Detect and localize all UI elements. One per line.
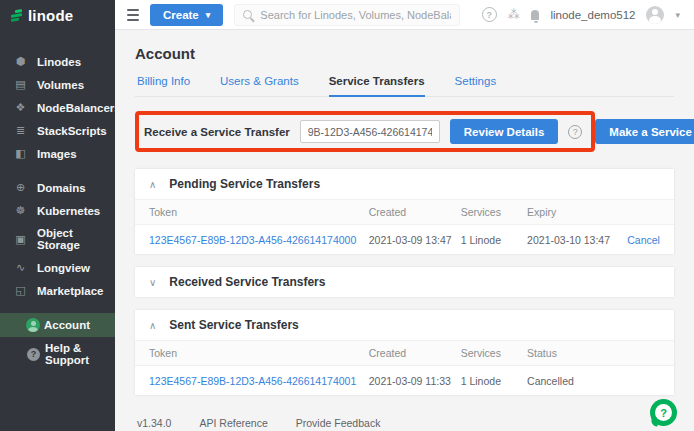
section-title: Received Service Transfers (169, 275, 325, 289)
sidebar-item-label: StackScripts (37, 125, 107, 137)
domains-icon: ⊕ (13, 181, 28, 194)
annotation-highlight-box: Receive a Service Transfer Review Detail… (135, 111, 595, 152)
sidebar-item-help-support[interactable]: ? Help & Support (0, 337, 115, 371)
sidebar-item-object-storage[interactable]: ▣ Object Storage (0, 222, 115, 256)
collapse-caret-icon: ∧ (149, 320, 156, 331)
user-menu-chevron-icon[interactable]: ▾ (675, 10, 680, 20)
col-services: Services (461, 347, 527, 359)
username[interactable]: linode_demo512 (550, 9, 635, 21)
section-title: Sent Service Transfers (169, 318, 298, 332)
linode-logo-icon (11, 9, 22, 22)
transfer-help-icon[interactable]: ? (568, 125, 582, 139)
sidebar-item-longview[interactable]: ∿ Longview (0, 256, 115, 279)
col-services: Services (461, 206, 527, 218)
sidebar-item-domains[interactable]: ⊕ Domains (0, 176, 115, 199)
search-icon (243, 10, 252, 19)
sent-transfers-card: ∧ Sent Service Transfers Token Created S… (135, 310, 674, 395)
sidebar-item-account[interactable]: Account (0, 313, 115, 337)
sidebar-item-label: Domains (37, 182, 86, 194)
review-details-button[interactable]: Review Details (450, 119, 559, 144)
sidebar-item-label: Kubernetes (37, 205, 100, 217)
cell-created: 2021-03-09 11:33 (369, 375, 461, 387)
cancel-link[interactable]: Cancel (619, 234, 660, 246)
volumes-icon: ▤ (13, 78, 28, 91)
linodes-icon: ⬢ (13, 55, 28, 68)
sidebar-item-label: Volumes (37, 79, 84, 91)
marketplace-icon: ◱ (13, 284, 28, 297)
sidebar-item-volumes[interactable]: ▤ Volumes (0, 73, 115, 96)
tab-bar: Billing Info Users & Grants Service Tran… (135, 75, 674, 97)
table-row: 123E4567-E89B-12D3-A456-426614174001 202… (135, 366, 674, 395)
sidebar-item-nodebalancers[interactable]: ❖ NodeBalancers (0, 96, 115, 119)
col-token: Token (149, 347, 369, 359)
received-transfers-header[interactable]: ∨ Received Service Transfers (135, 267, 674, 297)
community-icon[interactable]: ⁂ (508, 8, 520, 22)
sidebar-item-label: Longview (37, 262, 90, 274)
logo[interactable]: linode (0, 0, 115, 30)
help-icon[interactable]: ? (482, 7, 497, 22)
notifications-bell-icon[interactable] (531, 10, 540, 20)
longview-icon: ∿ (13, 261, 28, 274)
chevron-down-icon: ▾ (206, 10, 211, 20)
sidebar: ⬢ Linodes ▤ Volumes ❖ NodeBalancers ≣ St… (0, 30, 115, 431)
sidebar-item-label: Account (44, 319, 90, 331)
make-service-transfer-button[interactable]: Make a Service Transfer (595, 119, 694, 144)
expand-caret-icon: ∨ (149, 277, 156, 288)
sidebar-item-stackscripts[interactable]: ≣ StackScripts (0, 119, 115, 142)
tab-billing-info[interactable]: Billing Info (137, 75, 190, 96)
transfer-token-input[interactable] (300, 120, 440, 143)
sent-transfers-header[interactable]: ∧ Sent Service Transfers (135, 310, 674, 340)
search-input[interactable] (260, 9, 450, 21)
sidebar-item-marketplace[interactable]: ◱ Marketplace (0, 279, 115, 302)
col-created: Created (369, 206, 461, 218)
cell-status: Cancelled (527, 375, 660, 387)
cell-services: 1 Linode (461, 234, 527, 246)
token-link[interactable]: 123E4567-E89B-12D3-A456-426614174000 (149, 234, 369, 246)
help-circle-icon: ? (27, 348, 40, 361)
page-title: Account (135, 45, 674, 62)
cell-expiry: 2021-03-10 13:47 (527, 234, 619, 246)
version-label: v1.34.0 (137, 417, 171, 429)
kubernetes-icon: ☸ (13, 204, 28, 217)
create-button[interactable]: Create ▾ (150, 4, 223, 26)
question-mark-icon: ? (655, 404, 672, 421)
sidebar-item-label: Marketplace (37, 285, 103, 297)
col-token: Token (149, 206, 369, 218)
pending-table-header: Token Created Services Expiry (135, 199, 674, 225)
create-button-label: Create (163, 9, 199, 21)
sidebar-item-label: Help & Support (45, 342, 111, 366)
sidebar-item-label: Object Storage (37, 227, 111, 251)
tab-users-grants[interactable]: Users & Grants (220, 75, 299, 96)
provide-feedback-link[interactable]: Provide Feedback (296, 417, 381, 429)
tab-service-transfers[interactable]: Service Transfers (329, 75, 425, 97)
api-reference-link[interactable]: API Reference (199, 417, 267, 429)
logo-text: linode (28, 7, 73, 24)
help-bubble-button[interactable]: ? (650, 399, 677, 426)
col-expiry: Expiry (527, 206, 619, 218)
receive-transfer-label: Receive a Service Transfer (144, 126, 290, 138)
cell-services: 1 Linode (461, 375, 527, 387)
menu-hamburger-icon[interactable] (127, 9, 139, 21)
pending-transfers-card: ∧ Pending Service Transfers Token Create… (135, 169, 674, 254)
sidebar-item-label: Images (37, 148, 77, 160)
section-title: Pending Service Transfers (169, 177, 320, 191)
sidebar-item-label: NodeBalancers (37, 102, 121, 114)
object-storage-icon: ▣ (13, 233, 28, 246)
tab-settings[interactable]: Settings (455, 75, 497, 96)
avatar[interactable] (646, 6, 664, 24)
sidebar-item-label: Linodes (37, 56, 81, 68)
stackscripts-icon: ≣ (13, 124, 28, 137)
col-status: Status (527, 347, 660, 359)
table-row: 123E4567-E89B-12D3-A456-426614174000 202… (135, 225, 674, 254)
token-link[interactable]: 123E4567-E89B-12D3-A456-426614174001 (149, 375, 369, 387)
footer: v1.34.0 API Reference Provide Feedback (135, 408, 674, 431)
sent-table-header: Token Created Services Status (135, 340, 674, 366)
images-icon: ◧ (13, 147, 28, 160)
sidebar-item-linodes[interactable]: ⬢ Linodes (0, 50, 115, 73)
sidebar-item-images[interactable]: ◧ Images (0, 142, 115, 165)
top-bar-right: Create ▾ ? ⁂ linode_demo512 ▾ (115, 0, 694, 30)
search-bar[interactable] (234, 4, 459, 26)
pending-transfers-header[interactable]: ∧ Pending Service Transfers (135, 169, 674, 199)
receive-transfer-row: Receive a Service Transfer Review Detail… (135, 111, 674, 152)
sidebar-item-kubernetes[interactable]: ☸ Kubernetes (0, 199, 115, 222)
